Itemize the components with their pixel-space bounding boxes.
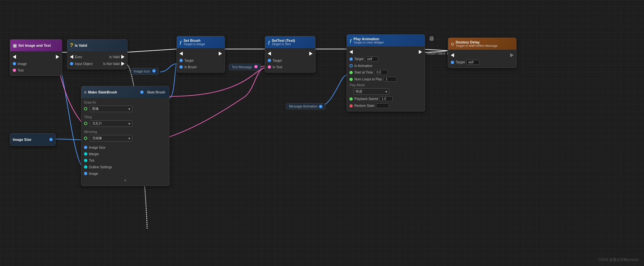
start-time-input[interactable] [375,70,388,75]
num-loops-input[interactable] [384,77,397,82]
image-pin-msb[interactable] [84,172,87,175]
tiling-pin[interactable] [84,122,87,125]
message-animation-label: Message Animation [286,103,325,109]
collapse-arrow[interactable]: ∧ [81,177,169,184]
tint-pin[interactable] [84,159,87,162]
mirroring-pin[interactable] [84,137,87,140]
tiling-label: Tiling [81,115,169,120]
exec-out-set-brush[interactable] [219,52,222,56]
in-anim-pin[interactable] [349,64,353,67]
node-image-size[interactable]: Image Size [10,133,56,146]
exec-out-pin[interactable] [56,55,59,59]
not-valid-out[interactable] [121,62,125,66]
play-mode-dropdown[interactable]: 快进 ▾ [353,88,389,95]
watermark: CSDN @暮志未晚season [598,257,639,262]
node-header-set-brush: ƒ Set Brush Target is Image [177,36,225,48]
in-brush-pin-row: In Brush [177,64,225,70]
node-title-play-anim: Play Animation [353,37,383,41]
img-size-out-pin[interactable] [49,138,53,141]
slate-brush-out-pin[interactable] [140,91,144,94]
margin-row: Margin [81,151,169,157]
exec-in-pin-row [10,53,62,60]
node-subtitle-destroy: Target is WBP Effect Message [456,44,498,47]
diamond-node-icon: ◇ [451,42,454,46]
tiling-dropdown[interactable]: 无瓦片 ▾ [90,120,132,127]
msg-anim-pin[interactable] [319,105,322,108]
node-title-set-text: SetText (Text) [272,39,295,42]
image-icon-label: Image Icon [131,68,159,75]
image-pin-row: Image [10,60,62,67]
restore-state-input[interactable] [376,103,389,108]
exec-in[interactable] [70,55,73,59]
in-text-pin[interactable] [268,65,271,69]
playback-speed-pin[interactable] [349,97,353,101]
node-set-text[interactable]: ƒ SetText (Text) Target is Text Target I… [265,36,315,73]
text-pin[interactable] [13,69,16,72]
image-pin[interactable] [13,62,16,65]
image-icon-pin[interactable] [152,69,156,73]
target-pin-st[interactable] [268,59,271,62]
node-title-set-brush: Set Brush [183,39,205,42]
in-text-row: In Text [265,64,315,70]
text-message-label: Text Message [229,64,261,70]
target-pin-row-sb: Target [177,57,225,64]
node-header-img-size: Image Size [10,134,55,145]
node-destroy-delay[interactable]: ◇ Destory Delay Target is WBP Effect Mes… [448,38,517,68]
playback-speed-input[interactable] [380,96,393,101]
target-row-dd: Target [448,59,516,66]
node-subtitle-play-anim: Target is User Widget [353,41,383,44]
exec-in-set-brush[interactable] [179,52,183,56]
margin-pin[interactable] [84,152,87,156]
restore-state-pin[interactable] [349,104,353,108]
exec-out-st[interactable] [309,52,313,56]
func-icon: ƒ [179,40,182,45]
node-title: Set Image and Text [18,43,51,47]
node-icon-question: ? [70,42,73,48]
outline-pin[interactable] [84,165,87,169]
node-make-slate-brush[interactable]: ≡ Make SlateBrush Slate Brush Draw As 图像… [81,86,169,186]
node-set-image-text[interactable]: ▣ Set Image and Text Image Text [10,39,62,76]
exec-out-dd[interactable] [510,53,514,57]
node-title-destroy: Destory Delay [456,40,498,44]
mirroring-dropdown[interactable]: 无镜像 ▾ [90,135,132,141]
node-header-play-anim: ƒ Play Animation Target is User Widget [347,35,425,46]
target-self-input[interactable] [365,57,378,61]
image-row-msb: Image [81,170,169,177]
node-title-msb: Make SlateBrush [88,90,117,94]
in-brush-pin[interactable] [179,65,183,69]
node-header-set-text: ƒ SetText (Text) Target is Text [265,36,315,48]
exec-row-pa [347,48,425,56]
exec-in-st[interactable] [268,52,271,56]
is-valid-out[interactable] [121,55,125,59]
input-obj-pin[interactable] [70,62,73,65]
num-loops-pin[interactable] [349,78,353,81]
exec-in-dd[interactable] [451,53,454,57]
monitor-icon: 🖥 [428,35,434,42]
node-title-img-size: Image Size [13,138,31,141]
node-set-brush[interactable]: ƒ Set Brush Target is Image Target In Br… [177,36,225,73]
exec-in-pin[interactable] [13,55,16,59]
img-size-row: Image Size [81,144,169,151]
start-time-pin[interactable] [349,71,353,74]
exec-pin-row: Exec Is Valid [67,53,127,60]
draw-as-pin[interactable] [84,107,87,110]
restore-state-row: Restore State [347,102,425,109]
in-anim-row: In Animation [347,62,425,69]
target-pin-pa[interactable] [349,58,353,61]
target-self-dd[interactable] [466,60,480,65]
img-size-pin[interactable] [84,146,87,149]
outline-settings-row: Outline Settings [81,164,169,170]
node-play-animation[interactable]: ƒ Play Animation Target is User Widget T… [347,34,425,111]
text-message-pin[interactable] [254,65,258,68]
exec-out-pa[interactable] [419,50,422,54]
node-title-is-valid: Is Valid [75,43,87,47]
struct-icon: ≡ [84,90,87,95]
node-is-valid[interactable]: ? Is Valid Exec Is Valid Input Object Is… [67,39,127,69]
target-pin-dd[interactable] [451,61,454,64]
exec-in-pa[interactable] [349,50,353,54]
target-row-st: Target [265,57,315,64]
func-icon-pa: ƒ [349,38,352,43]
target-pin-sb[interactable] [179,59,183,62]
node-subtitle-set-brush: Target is Image [183,42,205,46]
draw-as-dropdown[interactable]: 图像 ▾ [90,106,132,112]
